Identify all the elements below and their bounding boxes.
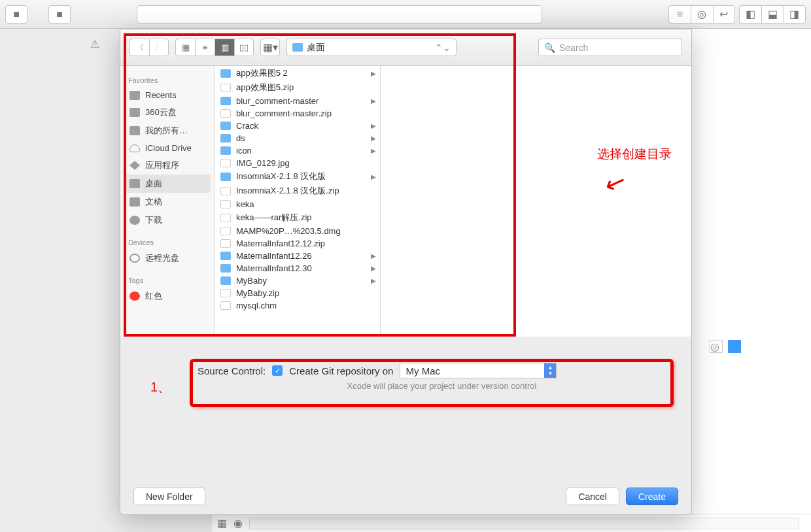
git-location-select[interactable]: My Mac ▲▼ — [400, 363, 557, 378]
view-icons-icon[interactable]: ▦ — [175, 39, 195, 56]
sidebar-item-recents[interactable]: Recents — [124, 87, 211, 103]
sidebar-item-documents[interactable]: 文稿 — [124, 193, 211, 211]
file-icon — [220, 159, 231, 167]
file-row[interactable]: InsomniaX-2.1.8 汉化版.zip — [215, 184, 380, 198]
file-row[interactable]: mysql.chm — [215, 299, 380, 312]
xcode-activity-bar — [137, 5, 542, 24]
cancel-button[interactable]: Cancel — [566, 488, 619, 505]
view-gallery-icon[interactable]: ▯▯ — [234, 39, 254, 56]
tab-icon[interactable] — [728, 340, 741, 353]
file-row[interactable]: icon▶ — [215, 144, 380, 157]
file-row[interactable]: ds▶ — [215, 132, 380, 144]
view-mode-group[interactable]: ▦ ≡ ▥ ▯▯ — [175, 39, 254, 56]
file-row[interactable]: blur_comment-master.zip — [215, 107, 380, 120]
file-name: mysql.chm — [236, 301, 277, 310]
stop-button[interactable]: ■ — [48, 5, 71, 24]
search-placeholder: Search — [559, 42, 588, 53]
folder-icon — [220, 122, 231, 130]
location-popup[interactable]: 桌面 ⌃⌄ — [286, 39, 457, 56]
sidebar-item-desktop[interactable]: 桌面 — [124, 175, 211, 193]
location-label: 桌面 — [307, 42, 325, 54]
file-name: blur_comment-master.zip — [236, 108, 332, 118]
file-row[interactable]: IMG_0129.jpg — [215, 157, 380, 169]
back-button[interactable]: 〈 — [129, 39, 149, 56]
file-row[interactable]: InsomniaX-2.1.8 汉化版▶ — [215, 169, 380, 184]
new-folder-button[interactable]: New Folder — [133, 488, 205, 505]
file-icon — [220, 227, 231, 235]
file-row[interactable]: app效果图5 2▶ — [215, 66, 380, 80]
file-row[interactable]: MAMP%20P…%203.5.dmg — [215, 225, 380, 237]
file-name: ds — [236, 133, 245, 143]
file-name: icon — [236, 146, 252, 156]
folder-icon — [220, 69, 231, 78]
file-name: InsomniaX-2.1.8 汉化版 — [236, 171, 326, 182]
file-row[interactable]: keka——rar解压.zip — [215, 210, 380, 225]
sidebar-item-remote-disc[interactable]: 远程光盘 — [124, 249, 211, 267]
file-row[interactable]: Crack▶ — [215, 120, 380, 132]
toggle-navigator-icon[interactable]: ◧ — [739, 5, 761, 24]
file-name: keka——rar解压.zip — [236, 212, 312, 224]
file-name: blur_comment-master — [236, 96, 319, 106]
file-row[interactable]: MaternalInfant12.30▶ — [215, 262, 380, 274]
file-name: Crack — [236, 121, 258, 131]
source-control-label: Source Control: — [198, 365, 266, 376]
file-row[interactable]: MaternalInfant12.26▶ — [215, 250, 380, 262]
file-name: app效果图5 2 — [236, 67, 288, 79]
file-name: app效果图5.zip — [236, 82, 294, 93]
folder-icon — [220, 264, 231, 273]
sidebar-item-360[interactable]: 360云盘 — [124, 103, 211, 122]
sidebar-item-all[interactable]: 我的所有… — [124, 122, 211, 140]
cloud-icon — [129, 144, 140, 152]
view-options-button[interactable]: ▦▾ — [260, 39, 280, 56]
editor-version-icon[interactable]: ↩ — [713, 5, 735, 24]
sidebar-item-downloads[interactable]: 下载 — [124, 211, 211, 229]
git-checkbox[interactable]: ✓ — [272, 365, 283, 376]
disc-icon — [129, 254, 140, 263]
red-tag-icon — [129, 291, 140, 301]
nav-back-forward[interactable]: 〈 〉 — [129, 39, 169, 56]
chevron-right-icon: ▶ — [371, 173, 376, 180]
file-row[interactable]: app效果图5.zip — [215, 80, 380, 95]
file-name: MAMP%20P…%203.5.dmg — [236, 226, 341, 236]
editor-assistant-icon[interactable]: ◎ — [691, 5, 713, 24]
create-button[interactable]: Create — [626, 488, 678, 505]
source-control-hint: Xcode will place your project under vers… — [140, 381, 672, 391]
zip-icon — [220, 239, 231, 248]
sidebar-item-tag-red[interactable]: 红色 — [124, 287, 211, 305]
search-input[interactable]: 🔍 Search — [538, 39, 682, 56]
documents-icon — [129, 197, 140, 207]
file-row[interactable]: MyBaby.zip — [215, 287, 380, 299]
git-location-value: My Mac — [406, 365, 440, 376]
git-checkbox-label: Create Git repository on — [289, 365, 393, 376]
dialog-buttons: New Folder Cancel Create — [120, 488, 691, 505]
close-window-icon[interactable]: ■ — [5, 5, 27, 24]
toggle-debug-icon[interactable]: ⬓ — [761, 5, 784, 24]
editor-standard-icon[interactable]: ≡ — [668, 5, 691, 24]
sidebar-item-apps[interactable]: 应用程序 — [124, 156, 211, 175]
file-row[interactable]: keka — [215, 198, 380, 210]
file-row[interactable]: blur_comment-master▶ — [215, 95, 380, 107]
file-column[interactable]: app效果图5 2▶app效果图5.zipblur_comment-master… — [215, 66, 381, 337]
library-tabs[interactable]: ◎ — [710, 340, 741, 353]
view-columns-icon[interactable]: ▥ — [215, 39, 234, 56]
toggle-inspector-icon[interactable]: ◨ — [784, 5, 806, 24]
zip-icon — [220, 214, 231, 222]
scope-icon[interactable]: ◉ — [233, 517, 243, 529]
save-dialog: 〈 〉 ▦ ≡ ▥ ▯▯ ▦▾ 桌面 ⌃⌄ 🔍 Search Favorites… — [120, 29, 692, 515]
folder-icon — [220, 276, 231, 285]
desktop-icon — [129, 179, 140, 188]
folder-icon — [220, 146, 231, 155]
apps-icon — [129, 161, 140, 170]
view-list-icon[interactable]: ≡ — [195, 39, 215, 56]
grid-icon[interactable]: ▦ — [217, 517, 227, 529]
file-row[interactable]: MaternalInfant12.12.zip — [215, 237, 380, 250]
sidebar-item-icloud[interactable]: iCloud Drive — [124, 140, 211, 156]
file-row[interactable]: MyBaby▶ — [215, 274, 380, 287]
forward-button[interactable]: 〉 — [149, 39, 169, 56]
xcode-toolbar: ■ ■ ≡ ◎ ↩ ◧ ⬓ ◨ — [0, 0, 811, 29]
chevron-right-icon: ▶ — [371, 252, 376, 259]
chevron-right-icon: ▶ — [371, 135, 376, 142]
zip-icon — [220, 84, 231, 92]
library-filter[interactable] — [249, 518, 799, 529]
tab-icon[interactable]: ◎ — [710, 340, 723, 353]
